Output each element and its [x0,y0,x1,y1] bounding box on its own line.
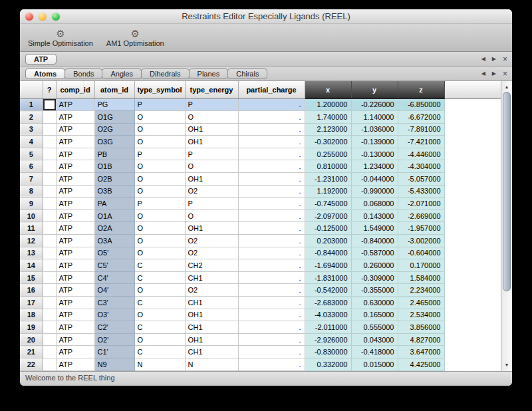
row-header[interactable]: 21 [20,346,43,358]
cell-type_symbol[interactable]: O [134,160,185,173]
cell-q[interactable] [43,98,56,111]
cell-partial_charge[interactable]: . [238,111,305,124]
cell-y[interactable]: -0.226000 [351,98,398,111]
row-header[interactable]: 16 [20,284,43,297]
column-header-y[interactable]: y [351,81,398,98]
row-header[interactable]: 15 [20,271,43,284]
cell-x[interactable]: 0.203000 [305,235,351,247]
cell-type_symbol[interactable]: P [134,198,185,210]
cell-atom_id[interactable]: O1A [94,209,134,222]
cell-comp_id[interactable]: ATP [56,222,94,235]
cell-atom_id[interactable]: C2' [94,321,134,334]
cell-comp_id[interactable]: ATP [56,235,94,247]
cell-comp_id[interactable]: ATP [56,98,94,111]
cell-x[interactable]: 2.123000 [305,123,351,136]
cell-partial_charge[interactable]: . [238,346,305,358]
cell-type_energy[interactable]: N [185,358,238,370]
cell-type_symbol[interactable]: O [134,185,185,198]
cell-z[interactable]: 4.425000 [398,358,444,370]
cell-type_symbol[interactable]: P [134,98,185,111]
cell-q[interactable] [43,148,56,160]
cell-q[interactable] [43,309,56,321]
doc-tab-atp[interactable]: ATP [25,54,57,65]
cell-type_energy[interactable]: O [185,111,238,124]
cell-type_energy[interactable]: CH1 [185,297,238,309]
cell-type_energy[interactable]: OH1 [185,136,238,148]
cell-partial_charge[interactable]: . [238,198,305,210]
cell-x[interactable]: -1.831000 [305,271,351,284]
cell-type_energy[interactable]: O2 [185,247,238,259]
cell-type_symbol[interactable]: O [134,235,185,247]
cell-z[interactable]: 0.170000 [398,259,444,272]
cell-comp_id[interactable]: ATP [56,148,94,160]
tab-scroll-left-icon[interactable]: ◀ [481,70,485,77]
cell-type_symbol[interactable]: O [134,309,185,321]
cell-partial_charge[interactable]: . [238,358,305,370]
cell-comp_id[interactable]: ATP [56,309,94,321]
cell-comp_id[interactable]: ATP [56,185,94,198]
row-header[interactable]: 1 [20,98,43,111]
cell-type_energy[interactable]: P [185,98,238,111]
cell-z[interactable]: 3.647000 [398,346,444,358]
tab-angles[interactable]: Angles [102,68,142,79]
cell-y[interactable]: -0.990000 [351,185,398,198]
cell-partial_charge[interactable]: . [238,321,305,334]
cell-comp_id[interactable]: ATP [56,247,94,259]
cell-y[interactable]: 0.068000 [351,198,398,210]
cell-y[interactable]: -0.309000 [351,271,398,284]
cell-q[interactable] [43,358,56,370]
row-header[interactable]: 8 [20,185,43,198]
tab-scroll-left-icon[interactable]: ◀ [481,56,485,63]
cell-z[interactable]: -2.071000 [398,198,444,210]
cell-q[interactable] [43,235,56,247]
cell-q[interactable] [43,297,56,309]
cell-z[interactable]: -3.002000 [398,235,444,247]
row-header[interactable]: 4 [20,136,43,148]
cell-x[interactable]: -1.231000 [305,173,351,186]
cell-partial_charge[interactable]: . [238,297,305,309]
cell-x[interactable]: 0.255000 [305,148,351,160]
cell-atom_id[interactable]: O3' [94,309,134,321]
row-header[interactable]: 10 [20,209,43,222]
cell-y[interactable]: -0.130000 [351,148,398,160]
cell-comp_id[interactable]: ATP [56,173,94,186]
cell-type_energy[interactable]: OH1 [185,222,238,235]
cell-comp_id[interactable]: ATP [56,321,94,334]
cell-atom_id[interactable]: C1' [94,346,134,358]
cell-type_symbol[interactable]: O [134,333,185,346]
cell-z[interactable]: 2.534000 [398,309,444,321]
cell-comp_id[interactable]: ATP [56,284,94,297]
cell-z[interactable]: -6.850000 [398,98,444,111]
cell-type_symbol[interactable]: C [134,259,185,272]
cell-type_energy[interactable]: O [185,160,238,173]
scroll-up-icon[interactable]: ▲ [501,83,512,91]
cell-partial_charge[interactable]: . [238,235,305,247]
cell-comp_id[interactable]: ATP [56,209,94,222]
row-header[interactable]: 3 [20,123,43,136]
cell-z[interactable]: -7.421000 [398,136,444,148]
cell-comp_id[interactable]: ATP [56,123,94,136]
cell-partial_charge[interactable]: . [238,247,305,259]
cell-type_energy[interactable]: OH1 [185,173,238,186]
cell-comp_id[interactable]: ATP [56,346,94,358]
cell-x[interactable]: -0.830000 [305,346,351,358]
column-header-type_energy[interactable]: type_energy [185,81,238,98]
cell-x[interactable]: -2.097000 [305,209,351,222]
cell-atom_id[interactable]: O3A [94,235,134,247]
cell-z[interactable]: -4.304000 [398,160,444,173]
titlebar[interactable]: Restraints Editor Especially Ligands (RE… [20,9,512,24]
cell-partial_charge[interactable]: . [238,333,305,346]
row-header[interactable]: 9 [20,198,43,210]
cell-y[interactable]: -0.418000 [351,346,398,358]
cell-z[interactable]: 1.584000 [398,271,444,284]
zoom-window-button[interactable] [52,13,60,21]
cell-q[interactable] [43,321,56,334]
cell-z[interactable]: -6.672000 [398,111,444,124]
cell-partial_charge[interactable]: . [238,148,305,160]
cell-y[interactable]: -1.036000 [351,123,398,136]
cell-atom_id[interactable]: C3' [94,297,134,309]
cell-type_energy[interactable]: P [185,148,238,160]
cell-x[interactable]: -0.745000 [305,198,351,210]
cell-x[interactable]: 0.810000 [305,160,351,173]
cell-comp_id[interactable]: ATP [56,358,94,370]
